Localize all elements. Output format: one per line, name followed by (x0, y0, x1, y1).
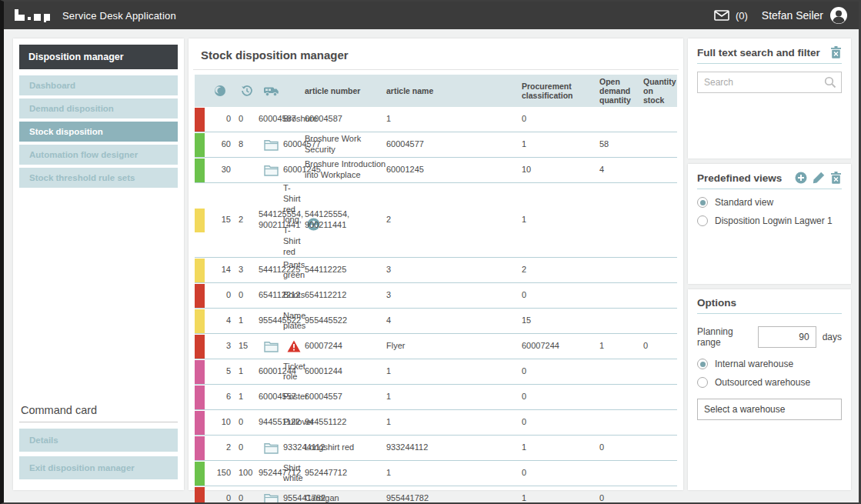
table-row[interactable]: 0 0 955441782 (195, 486, 677, 502)
right-column: Full text search and filter (688, 38, 851, 490)
delete-view-trash-icon[interactable] (830, 172, 842, 184)
views-panel-title: Predefined views (697, 172, 782, 184)
range-coverage-value: 60 (205, 139, 235, 150)
article-number-cell: 60001245 (283, 165, 305, 175)
details-button[interactable]: Details (19, 429, 178, 452)
radio-option[interactable]: Disposition Logwin Lagwer 1 (697, 215, 842, 226)
status-stripe (195, 209, 205, 232)
qty-stock-cell: 2 (522, 265, 599, 275)
status-stripe (195, 108, 205, 132)
sidebar-item-demand-disposition[interactable]: Demand disposition (19, 98, 178, 118)
table-row[interactable]: 6 1 60004557 (195, 385, 677, 410)
radio-option[interactable]: Standard view (697, 197, 842, 208)
radio-icon[interactable] (697, 197, 708, 208)
procurement-cell: 60007244 (522, 341, 599, 352)
folder-icon[interactable] (259, 493, 283, 502)
radio-option[interactable]: Outsourced warehouse (697, 377, 842, 388)
open-demand-cell: 1 (522, 442, 599, 453)
range-coverage-value: 14 (205, 265, 235, 275)
table-row[interactable]: 5 1 60001244 (195, 359, 677, 385)
article-name-cell: Ticket role (283, 362, 305, 383)
range-coverage-value: 3 (205, 341, 235, 352)
article-name-cell: Broshure Introduction into Workplace (305, 159, 386, 181)
radio-icon[interactable] (697, 215, 708, 226)
article-name-cell: Pullover (283, 417, 305, 428)
open-demand-cell: 1 (522, 493, 599, 502)
planning-range-input[interactable] (758, 326, 816, 348)
table-row[interactable]: 150 100 952447712 (195, 461, 677, 486)
table-row[interactable]: 0 0 60004587 (195, 107, 677, 132)
add-view-icon[interactable] (795, 172, 807, 184)
table-row[interactable]: 2 0 933244112 (195, 436, 677, 461)
col-procurement: Procurement classification (522, 82, 599, 100)
procurement-cell: 944551122 (305, 417, 386, 428)
sidebar-item-dashboard[interactable]: Dashboard (19, 75, 178, 95)
article-name-cell: Shirt white (283, 463, 305, 485)
pie-icon (205, 85, 235, 97)
procurement-cell: 60004577 (386, 139, 522, 150)
range-coverage-value: 5 (205, 366, 235, 377)
history-value: 1 (235, 315, 259, 326)
edit-view-pencil-icon[interactable] (813, 172, 825, 184)
titlebar: Service Desk Application (0) Stefan Seil… (4, 2, 859, 29)
status-stripe (195, 133, 205, 157)
radio-option[interactable]: Internal warehouse (697, 359, 842, 369)
article-number-cell: 60007244 (305, 341, 386, 352)
article-name-cell: Broshure (283, 114, 305, 125)
folder-icon[interactable] (259, 139, 283, 151)
warning-icon (283, 340, 305, 352)
planning-range-label: Planning range (697, 326, 752, 348)
radio-icon[interactable] (697, 377, 708, 388)
open-demand-cell: 1 (522, 139, 599, 150)
procurement-cell: 952447712 (305, 468, 386, 479)
procurement-cell: 60004587 (305, 114, 386, 125)
planning-range-unit: days (823, 332, 842, 342)
article-number-cell: 654112212 (259, 290, 283, 301)
warehouse-radio-group: Internal warehouse Outsourced warehouse (697, 359, 842, 388)
status-stripe (195, 284, 205, 308)
table-row[interactable]: 14 3 544112225 (195, 258, 677, 283)
table-row[interactable]: 3 15 60007244 (195, 334, 677, 359)
status-stripe (195, 335, 205, 359)
table-row[interactable]: 10 0 944551122 (195, 410, 677, 436)
table-row[interactable]: 15 2 544125554, 900211441 (195, 183, 677, 258)
clear-filter-trash-icon[interactable] (830, 46, 842, 58)
history-value: 8 (235, 139, 259, 150)
status-stripe (195, 259, 205, 282)
history-value: 100 (235, 468, 259, 479)
search-input[interactable] (697, 72, 842, 93)
range-coverage-value: 6 (205, 392, 235, 402)
folder-icon[interactable] (259, 341, 283, 352)
folder-icon[interactable] (259, 442, 283, 454)
search-panel: Full text search and filter (688, 38, 851, 159)
table-row[interactable]: 60 8 60004577 (195, 132, 677, 158)
procurement-cell: 955445522 (305, 315, 386, 326)
status-stripe (195, 309, 205, 333)
history-value: 0 (235, 442, 259, 453)
article-number-cell: 60004587 (259, 114, 283, 125)
qty-stock-cell: 0 (522, 290, 599, 301)
page-title: Stock disposition manager (193, 38, 679, 70)
content-area: Disposition manager DashboardDemand disp… (4, 29, 859, 502)
stock-table: article number article name Procurement … (195, 75, 677, 502)
history-value: 0 (235, 290, 259, 301)
mail-icon[interactable] (714, 10, 729, 21)
table-row[interactable]: 30 60001245 (195, 158, 677, 183)
radio-icon[interactable] (697, 359, 708, 369)
history-icon (235, 85, 259, 97)
sidebar-item-stock-disposition[interactable]: Stock disposition (19, 122, 178, 142)
options-panel: Options Planning range days Internal war… (688, 289, 851, 490)
article-number-cell: 544125554, 900211441 (259, 207, 283, 234)
qty-stock-cell: 0 (522, 114, 599, 125)
article-number-cell: 60004557 (259, 392, 283, 402)
table-row[interactable]: 0 0 654112212 (195, 283, 677, 309)
user-avatar-icon[interactable] (829, 6, 848, 25)
sidebar-item-automation-flow-designer[interactable]: Automation flow designer (19, 145, 178, 165)
exit-disposition-manager-button[interactable]: Exit disposition manager (19, 456, 178, 479)
views-radio-group: Standard view Disposition Logwin Lagwer … (697, 197, 842, 226)
qty-stock-cell: 0 (599, 493, 643, 502)
table-row[interactable]: 4 1 955445522 (195, 309, 677, 334)
folder-icon[interactable] (259, 165, 283, 176)
warehouse-select-input[interactable] (697, 399, 842, 420)
sidebar-item-stock-threshold-rule-sets[interactable]: Stock threshold rule sets (19, 168, 178, 188)
